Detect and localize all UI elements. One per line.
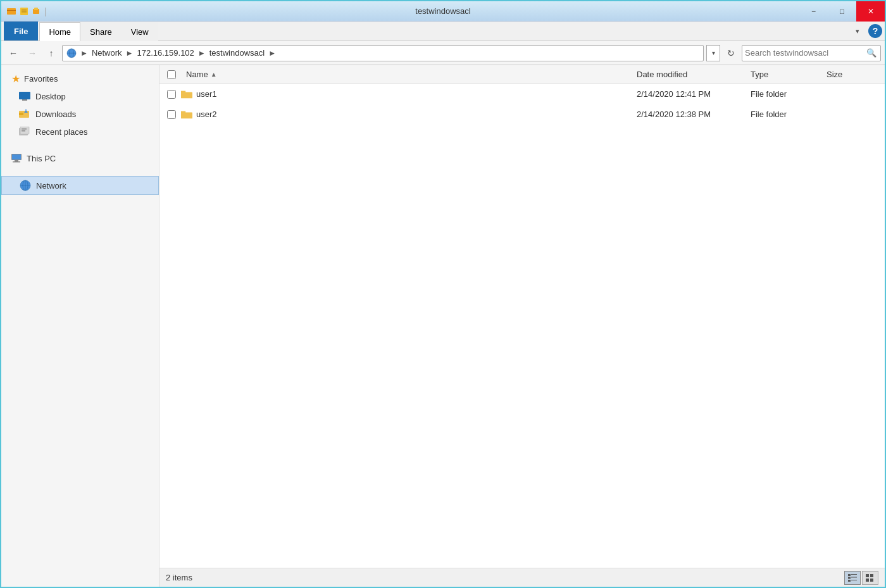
row2-type: File folder (746, 109, 821, 119)
svg-rect-10 (19, 92, 30, 99)
desktop-icon (19, 91, 30, 102)
large-icon-view-button[interactable] (862, 571, 878, 585)
svg-rect-3 (22, 9, 27, 11)
downloads-icon (19, 108, 30, 120)
svg-rect-36 (848, 580, 851, 582)
close-button[interactable]: ✕ (856, 1, 885, 22)
sidebar-item-downloads[interactable]: Downloads (1, 105, 159, 123)
address-bar: ← → ↑ ► Network ► 172.16.159.102 ► testw… (1, 41, 885, 65)
select-all-checkbox[interactable] (167, 70, 176, 79)
column-header-size[interactable]: Size (821, 65, 885, 84)
svg-rect-23 (13, 161, 20, 163)
title-bar-icons: | (6, 6, 47, 16)
status-bar: 2 items (159, 568, 885, 587)
svg-rect-32 (848, 574, 851, 576)
ribbon-chevron-down[interactable]: ▾ (849, 23, 866, 39)
row1-name-text: user1 (196, 89, 217, 99)
sidebar-item-recent[interactable]: Recent places (1, 123, 159, 141)
row2-date: 2/14/2020 12:38 PM (632, 109, 746, 119)
path-network[interactable]: Network (92, 48, 122, 58)
sidebar-section-thispc[interactable]: This PC (1, 151, 159, 166)
tab-file[interactable]: File (4, 22, 38, 41)
status-text: 2 items (166, 573, 192, 582)
folder-icon-row2 (181, 109, 192, 120)
svg-rect-21 (12, 154, 21, 160)
refresh-button[interactable]: ↻ (723, 45, 739, 61)
row1-type: File folder (746, 89, 821, 99)
svg-rect-19 (22, 130, 25, 132)
path-share[interactable]: testwindowsacl (209, 48, 265, 58)
row1-date: 2/14/2020 12:41 PM (632, 89, 746, 99)
content-list: Name ▲ Date modified Type Size (159, 65, 885, 568)
svg-rect-35 (851, 577, 857, 577)
search-input[interactable] (745, 48, 865, 58)
svg-rect-33 (851, 574, 857, 575)
up-button[interactable]: ↑ (43, 45, 59, 61)
list-header: Name ▲ Date modified Type Size (159, 65, 885, 84)
sidebar-item-network-label: Network (36, 181, 66, 191)
table-row[interactable]: user1 2/14/2020 12:41 PM File folder (159, 84, 885, 104)
tab-view[interactable]: View (122, 22, 158, 41)
thispc-icon (11, 153, 23, 163)
sidebar-item-desktop-label: Desktop (35, 92, 66, 101)
sort-arrow-icon: ▲ (211, 71, 217, 78)
row1-check[interactable] (162, 90, 181, 99)
network-path-icon (66, 48, 77, 58)
svg-rect-22 (15, 160, 18, 161)
path-ip[interactable]: 172.16.159.102 (137, 48, 194, 58)
path-separator-2: ► (126, 49, 134, 58)
sidebar-item-network[interactable]: Network (1, 176, 159, 195)
ribbon-right: ▾ ? (849, 22, 882, 41)
column-header-name[interactable]: Name ▲ (181, 65, 632, 84)
view-buttons (844, 571, 878, 585)
forward-button[interactable]: → (24, 45, 41, 61)
path-separator-4: ► (268, 49, 276, 58)
search-button[interactable]: 🔍 (865, 47, 878, 59)
svg-rect-39 (870, 574, 873, 577)
ribbon-tabs: File Home Share View ▾ ? (1, 22, 885, 41)
ribbon-help[interactable]: ? (868, 24, 882, 38)
sidebar-section-favorites[interactable]: ★ Favorites (1, 70, 159, 87)
column-header-type[interactable]: Type (746, 65, 821, 84)
column-header-date[interactable]: Date modified (632, 65, 746, 84)
row1-checkbox[interactable] (167, 90, 176, 99)
qat-icon-1 (6, 6, 16, 16)
svg-rect-4 (22, 11, 27, 13)
row2-checkbox[interactable] (167, 110, 176, 119)
svg-rect-0 (7, 8, 16, 15)
window: | testwindowsacl − □ ✕ File Home Share V… (0, 0, 886, 588)
table-row[interactable]: user2 2/14/2020 12:38 PM File folder (159, 104, 885, 125)
detail-view-button[interactable] (844, 571, 861, 585)
header-check[interactable] (162, 70, 181, 79)
tab-home[interactable]: Home (39, 22, 80, 41)
maximize-button[interactable]: □ (828, 1, 856, 22)
ribbon: File Home Share View ▾ ? (1, 22, 885, 41)
title-bar: | testwindowsacl − □ ✕ (1, 1, 885, 22)
path-separator-3: ► (198, 49, 206, 58)
row1-name: user1 (181, 89, 632, 100)
thispc-label: This PC (27, 154, 56, 163)
row2-check[interactable] (162, 110, 181, 119)
svg-rect-37 (851, 580, 857, 580)
folder-icon-row1 (181, 89, 192, 100)
minimize-button[interactable]: − (799, 1, 828, 22)
svg-rect-31 (181, 111, 185, 113)
qat-icon-2 (19, 6, 29, 16)
sidebar-item-desktop[interactable]: Desktop (1, 87, 159, 105)
qat-separator: | (44, 6, 47, 16)
sidebar: ★ Favorites Desktop (1, 65, 159, 587)
content-area: Name ▲ Date modified Type Size (159, 65, 885, 587)
network-icon (20, 180, 31, 191)
address-path[interactable]: ► Network ► 172.16.159.102 ► testwindows… (62, 45, 704, 61)
back-button[interactable]: ← (5, 45, 22, 61)
title-buttons: − □ ✕ (799, 1, 885, 22)
svg-rect-40 (866, 579, 869, 582)
svg-rect-6 (34, 8, 38, 10)
address-dropdown-button[interactable]: ▾ (706, 45, 720, 61)
favorites-label: Favorites (24, 74, 58, 84)
main-area: ★ Favorites Desktop (1, 65, 885, 587)
svg-rect-18 (22, 128, 27, 130)
favorites-star-icon: ★ (11, 73, 20, 85)
svg-rect-15 (26, 109, 27, 111)
tab-share[interactable]: Share (80, 22, 122, 41)
